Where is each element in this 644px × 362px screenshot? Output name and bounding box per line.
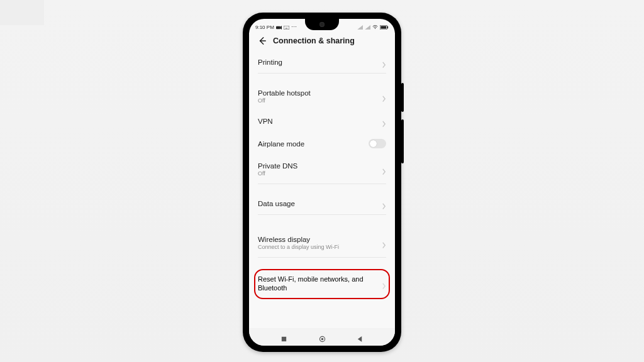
row-airplane-mode[interactable]: Airplane mode	[258, 132, 386, 155]
chevron-right-icon	[382, 281, 386, 287]
stage: 9:10 PM cc	[0, 0, 644, 362]
row-wireless-display[interactable]: Wireless display Connect to a display us…	[258, 229, 386, 257]
row-sublabel: Off	[258, 97, 311, 104]
svg-point-6	[375, 28, 376, 29]
svg-rect-11	[282, 336, 286, 341]
row-label: Airplane mode	[258, 140, 304, 148]
row-vpn[interactable]: VPN	[258, 111, 386, 132]
phone-screen: 9:10 PM cc	[249, 19, 395, 346]
settings-list: Printing Portable hotspot Off VPN	[249, 52, 395, 299]
svg-text:cc: cc	[285, 26, 287, 29]
background-block	[0, 0, 44, 25]
row-label: Wireless display	[258, 236, 339, 243]
wifi-icon	[372, 25, 378, 30]
back-icon[interactable]	[258, 36, 267, 45]
row-label: Reset Wi-Fi, mobile networks, and Blueto…	[258, 275, 365, 293]
svg-marker-14	[358, 336, 362, 341]
chevron-right-icon	[382, 118, 386, 124]
svg-point-13	[321, 337, 323, 340]
row-reset-networks[interactable]: Reset Wi-Fi, mobile networks, and Blueto…	[254, 269, 390, 299]
svg-rect-9	[387, 26, 388, 28]
phone-frame: 9:10 PM cc	[243, 13, 401, 352]
chevron-right-icon	[382, 240, 386, 246]
svg-marker-5	[365, 25, 370, 30]
more-icon	[291, 24, 297, 30]
app-bar: Connection & sharing	[249, 33, 395, 52]
row-label: Printing	[258, 58, 282, 66]
signal-icon	[365, 25, 370, 30]
nav-recent-icon[interactable]	[280, 334, 287, 341]
chevron-right-icon	[382, 94, 386, 100]
row-label: Data usage	[258, 200, 295, 207]
phone-side-button	[401, 119, 404, 163]
phone-side-button	[401, 83, 404, 112]
signal-icon	[357, 25, 363, 30]
svg-marker-1	[280, 26, 282, 30]
svg-rect-0	[276, 26, 280, 29]
status-time: 9:10 PM	[255, 25, 274, 30]
page-title: Connection & sharing	[273, 36, 355, 45]
system-nav-bar	[249, 328, 395, 346]
row-private-dns[interactable]: Private DNS Off	[258, 155, 386, 184]
record-icon	[276, 25, 282, 30]
chevron-right-icon	[382, 200, 386, 207]
chevron-right-icon	[382, 167, 386, 173]
phone-notch	[305, 19, 339, 30]
row-label: VPN	[258, 118, 273, 125]
chevron-right-icon	[382, 59, 386, 65]
row-sublabel: Off	[258, 170, 297, 177]
row-label: Portable hotspot	[258, 89, 311, 97]
airplane-mode-toggle[interactable]	[369, 139, 386, 148]
row-portable-hotspot[interactable]: Portable hotspot Off	[258, 82, 386, 111]
cc-icon: cc	[284, 25, 289, 30]
battery-icon	[380, 25, 389, 30]
nav-home-icon[interactable]	[319, 334, 326, 341]
row-sublabel: Connect to a display using Wi-Fi	[258, 244, 339, 250]
row-printing[interactable]: Printing	[258, 52, 386, 73]
row-label: Private DNS	[258, 162, 297, 170]
svg-marker-4	[357, 25, 363, 30]
row-data-usage[interactable]: Data usage	[258, 193, 386, 214]
svg-rect-8	[380, 26, 386, 28]
nav-back-icon[interactable]	[357, 334, 364, 341]
